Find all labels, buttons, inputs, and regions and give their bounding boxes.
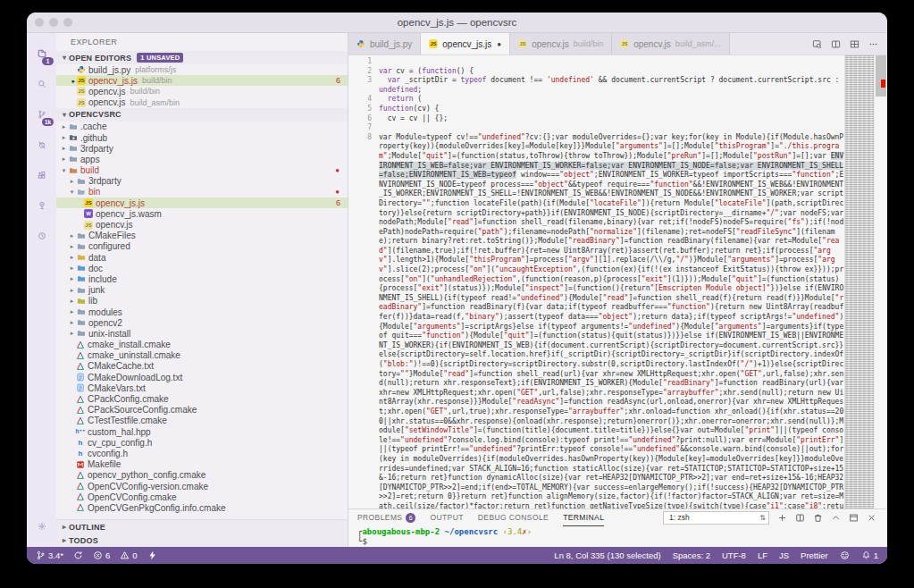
- scrollbar-thumb[interactable]: [876, 55, 886, 97]
- tree-item[interactable]: ▸modules: [56, 307, 348, 317]
- close-panel-icon[interactable]: [867, 513, 876, 523]
- chevron-right-icon: ▸: [68, 319, 76, 326]
- status-item-right-2[interactable]: UTF-8: [722, 550, 746, 560]
- tree-item[interactable]: ▸data: [56, 252, 348, 263]
- tree-item[interactable]: CMakeCache.txt: [56, 361, 348, 372]
- status-item-right-3[interactable]: LF: [758, 550, 767, 560]
- chevron-right-icon: ▸: [68, 287, 76, 294]
- open-editor-item[interactable]: ●JSopencv_js.jsbuild/bin6: [56, 75, 348, 86]
- status-item-right-4[interactable]: JS: [779, 550, 789, 560]
- maximize-panel-icon[interactable]: [849, 513, 859, 523]
- tree-item[interactable]: ▸apps: [56, 154, 348, 164]
- activity-item-test-explorer[interactable]: [27, 190, 56, 221]
- open-editors-header[interactable]: ▾ OPEN EDITORS 1 UNSAVED: [56, 51, 348, 64]
- sync-icon: [73, 550, 83, 560]
- tree-item[interactable]: ▾bin●: [56, 187, 348, 197]
- toggle-layout-icon[interactable]: [850, 39, 859, 49]
- tree-item[interactable]: h⁺⁺custom_hal.hpp: [56, 426, 348, 437]
- status-item-right-7[interactable]: 1: [861, 550, 878, 560]
- tree-item[interactable]: cmake_uninstall.cmake: [56, 350, 348, 361]
- editor-tab[interactable]: JSopencv.jsbuild_asm/...: [612, 33, 730, 55]
- todos-section-header[interactable]: ▸ TODOS: [56, 533, 348, 547]
- time-tracker-icon: [37, 231, 46, 241]
- editor-tab[interactable]: build_js.py: [348, 33, 421, 55]
- panel-tab-debug-console[interactable]: DEBUG CONSOLE: [478, 509, 549, 526]
- code-editor[interactable]: 1 2var cv = (function() {3 var _scriptDi…: [348, 55, 844, 508]
- tree-item-label: cmake_install.cmake: [88, 340, 171, 349]
- split-editor-icon[interactable]: [831, 39, 841, 49]
- status-item-right-5[interactable]: Prettier: [801, 550, 828, 560]
- tree-item-label: cmake_uninstall.cmake: [88, 350, 180, 360]
- collapse-panel-icon[interactable]: [831, 513, 841, 523]
- activity-item-extensions[interactable]: [27, 160, 56, 190]
- tree-item[interactable]: CTestTestfile.cmake: [56, 416, 348, 426]
- tree-item[interactable]: ▸.cache: [56, 122, 348, 132]
- tree-item[interactable]: cmake_install.cmake: [56, 340, 348, 350]
- tree-item[interactable]: Makefile: [56, 459, 348, 470]
- editor-tab[interactable]: JSopencv_js.js●: [421, 33, 510, 55]
- tree-item[interactable]: ▸junk: [56, 285, 348, 296]
- tree-item[interactable]: CPackConfig.cmake: [56, 393, 348, 404]
- open-editor-item[interactable]: JSopencv.jsbuild/bin: [56, 86, 348, 97]
- status-item-right-6[interactable]: [840, 550, 850, 560]
- tree-item[interactable]: ▸opencv2: [56, 317, 348, 328]
- split-terminal-icon[interactable]: [795, 513, 805, 523]
- tree-item[interactable]: JSopencv.js: [56, 219, 348, 230]
- activity-item-debug[interactable]: [27, 130, 56, 160]
- tree-item[interactable]: CMakeDownloadLog.txt: [56, 372, 348, 382]
- chevron-down-icon: ▾: [68, 189, 76, 196]
- tree-item[interactable]: ▾build●: [56, 165, 348, 176]
- tree-item[interactable]: OpenCVConfig-version.cmake: [56, 481, 348, 491]
- tree-item[interactable]: hcvconfig.h: [56, 448, 348, 458]
- status-item-right-1[interactable]: Spaces: 2: [673, 550, 710, 560]
- panel-tab-output[interactable]: OUTPUT: [430, 509, 463, 526]
- panel-tab-terminal[interactable]: TERMINAL: [563, 509, 604, 526]
- tree-item[interactable]: opencv_python_config.cmake: [56, 470, 348, 481]
- activity-item-settings[interactable]: [27, 511, 56, 542]
- outline-section-header[interactable]: ▸ OUTLINE: [56, 520, 348, 533]
- tree-item[interactable]: Wopencv_js.wasm: [56, 208, 348, 219]
- problem-count-badge: 6: [336, 76, 340, 85]
- tree-item[interactable]: hcv_cpu_config.h: [56, 437, 348, 448]
- editor-scrollbar[interactable]: [874, 55, 887, 508]
- status-item-right-0[interactable]: Ln 8, Col 335 (130 selected): [554, 550, 660, 560]
- kill-terminal-icon[interactable]: [813, 513, 823, 523]
- activity-item-time-tracker[interactable]: [27, 221, 56, 251]
- status-item-left-3[interactable]: 0: [120, 550, 137, 560]
- tree-item[interactable]: ▸lib: [56, 296, 348, 307]
- activity-item-search[interactable]: [27, 69, 56, 99]
- project-root-header[interactable]: ▾ OPENCVSRC: [56, 108, 348, 122]
- terminal-select[interactable]: 1: zsh ⇅: [663, 511, 769, 525]
- open-preview-icon[interactable]: [812, 39, 822, 49]
- activity-item-source-control[interactable]: 1k: [27, 99, 56, 130]
- tree-item[interactable]: CMakeVars.txt: [56, 382, 348, 393]
- tree-item[interactable]: OpenCVGenPkgConfig.info.cmake: [56, 502, 348, 513]
- tree-item[interactable]: ▸3rdparty: [56, 143, 348, 154]
- tree-item[interactable]: ▸3rdparty: [56, 176, 348, 187]
- chevron-down-icon: ▾: [60, 111, 69, 119]
- status-item-left-1[interactable]: [73, 550, 83, 560]
- status-item-left-4[interactable]: [147, 550, 157, 560]
- tree-item[interactable]: ▸doc: [56, 263, 348, 273]
- tree-item[interactable]: JSopencv_js.js6: [56, 197, 348, 208]
- tree-item[interactable]: ▸unix-install: [56, 328, 348, 339]
- tree-item[interactable]: ▸configured: [56, 241, 348, 252]
- open-editor-item[interactable]: build_js.pyplatforms/js: [56, 64, 348, 75]
- select-arrows-icon: ⇅: [759, 514, 766, 522]
- status-item-left-0[interactable]: 3.4*: [36, 550, 63, 560]
- tree-item[interactable]: OpenCVConfig.cmake: [56, 491, 348, 502]
- tree-item[interactable]: ▸include: [56, 273, 348, 284]
- status-item-left-2[interactable]: 6: [93, 550, 110, 560]
- tree-item[interactable]: ▸CMakeFiles: [56, 231, 348, 241]
- panel-tab-problems[interactable]: PROBLEMS6: [357, 509, 415, 526]
- activity-item-explorer[interactable]: 1: [27, 38, 56, 69]
- terminal-output[interactable]: ┌abougabous-mbp-2 ~/opencvsrc ‹3.4✗›└$: [348, 525, 887, 547]
- minimap[interactable]: [844, 55, 874, 508]
- new-terminal-icon[interactable]: [777, 513, 787, 523]
- file-label: opencv.js: [88, 87, 126, 97]
- tree-item[interactable]: CPackSourceConfig.cmake: [56, 405, 348, 416]
- more-actions-icon[interactable]: [868, 39, 878, 49]
- open-editor-item[interactable]: JSopencv.jsbuild_asm/bin: [56, 97, 348, 108]
- tree-item[interactable]: ▸.github: [56, 132, 348, 143]
- editor-tab[interactable]: JSopencv.jsbuild/bin: [510, 33, 612, 55]
